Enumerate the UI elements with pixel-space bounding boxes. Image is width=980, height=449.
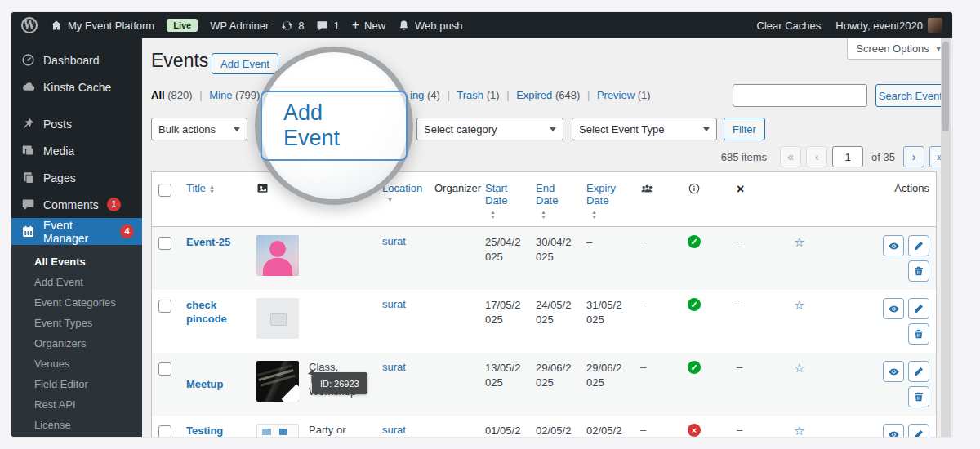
- view-button[interactable]: [883, 361, 904, 382]
- expiry-date-column-header[interactable]: Expiry Date ▲▼: [580, 172, 634, 226]
- row-checkbox[interactable]: [158, 300, 172, 313]
- comments-link[interactable]: 1: [316, 20, 339, 32]
- view-button[interactable]: [883, 298, 904, 319]
- web-push-link[interactable]: Web push: [398, 20, 462, 32]
- view-mine-link[interactable]: Mine: [209, 89, 232, 101]
- sidebar-item-dashboard[interactable]: Dashboard: [11, 47, 142, 73]
- bulk-actions-select[interactable]: Bulk actions: [151, 118, 247, 140]
- sidebar-item-comments[interactable]: Comments 1: [11, 191, 142, 218]
- start-date-column-header[interactable]: Start Date ▲▼: [479, 172, 529, 226]
- media-icon: [21, 144, 35, 158]
- scrollbar-thumb[interactable]: [942, 42, 949, 131]
- view-preview-link[interactable]: Preview: [597, 89, 635, 101]
- delete-button[interactable]: [908, 323, 929, 345]
- trash-icon: [913, 265, 924, 277]
- separator: |: [448, 89, 450, 101]
- approved-status-icon: ✓: [688, 298, 701, 311]
- site-name-link[interactable]: My Event Platform: [50, 19, 154, 32]
- feature-star-toggle[interactable]: ☆: [794, 298, 804, 312]
- event-type-select[interactable]: Select Event Type: [572, 118, 717, 140]
- submenu-event-categories[interactable]: Event Categories: [11, 292, 142, 313]
- organizer-cell: [428, 353, 479, 416]
- sidebar-item-media[interactable]: Media: [11, 137, 142, 164]
- location-link[interactable]: surat: [382, 361, 406, 373]
- event-title-link[interactable]: Testing nikki: [186, 424, 243, 437]
- submenu-event-types[interactable]: Event Types: [11, 313, 142, 333]
- screen-options-label: Screen Options: [856, 42, 929, 55]
- end-date-column-header[interactable]: End Date ▲▼: [529, 172, 580, 226]
- table-row: Testing nikki Party or Social surat 01/0…: [152, 416, 936, 437]
- delete-button[interactable]: [908, 260, 929, 282]
- add-event-button[interactable]: Add Event: [212, 53, 278, 74]
- next-page-button[interactable]: ›: [903, 146, 924, 167]
- event-type-cell: [302, 290, 376, 353]
- vertical-scrollbar[interactable]: [941, 38, 951, 437]
- sidebar-item-pages[interactable]: Pages: [11, 164, 142, 191]
- edit-button[interactable]: [908, 361, 929, 382]
- sort-icon: ▲▼: [209, 184, 215, 194]
- feature-star-toggle[interactable]: ☆: [794, 424, 804, 437]
- view-trash-link[interactable]: Trash: [457, 89, 483, 101]
- location-link[interactable]: surat: [382, 424, 406, 436]
- view-pending-count: (4): [427, 89, 440, 101]
- search-events-button[interactable]: Search Events: [875, 84, 951, 107]
- submenu-all-events[interactable]: All Events: [11, 251, 142, 272]
- event-title-link[interactable]: check pincode: [186, 298, 243, 326]
- location-link[interactable]: surat: [382, 235, 406, 247]
- view-button[interactable]: [883, 235, 904, 256]
- view-mine-count: (799): [235, 89, 260, 101]
- edit-button[interactable]: [908, 298, 929, 319]
- prev-page-button[interactable]: ‹: [806, 146, 827, 167]
- feature-star-toggle[interactable]: ☆: [794, 361, 804, 375]
- calendar-icon: [21, 224, 35, 238]
- eye-icon: [888, 240, 900, 252]
- clear-caches-link[interactable]: Clear Caches: [757, 20, 822, 32]
- wp-adminer-link[interactable]: WP Adminer: [210, 20, 269, 32]
- feature-star-toggle[interactable]: ☆: [794, 235, 804, 249]
- updates-link[interactable]: 8: [281, 20, 304, 32]
- first-page-button[interactable]: «: [780, 146, 801, 167]
- submenu-venues[interactable]: Venues: [11, 353, 142, 374]
- submenu-organizers[interactable]: Organizers: [11, 333, 142, 353]
- row-checkbox[interactable]: [158, 425, 172, 437]
- view-button[interactable]: [883, 424, 904, 437]
- filter-button[interactable]: Filter: [724, 118, 765, 140]
- magnified-add-event-button[interactable]: Add Event: [261, 91, 408, 161]
- delete-button[interactable]: [908, 386, 929, 407]
- attendees-column-header: [634, 172, 681, 226]
- cancel-cell: –: [737, 235, 742, 247]
- page-title: Events: [151, 50, 208, 72]
- sidebar-item-kinsta-cache[interactable]: Kinsta Cache: [11, 73, 142, 100]
- screen-options-button[interactable]: Screen Options ▼: [847, 38, 951, 60]
- location-link[interactable]: surat: [382, 298, 406, 310]
- plus-icon: +: [352, 18, 359, 33]
- trash-icon: [913, 328, 924, 340]
- view-pending-link[interactable]: ing: [410, 89, 424, 101]
- submenu-license[interactable]: License: [11, 415, 142, 435]
- row-checkbox[interactable]: [158, 237, 172, 250]
- wordpress-logo-icon[interactable]: W: [21, 17, 38, 33]
- event-type-cell: [302, 227, 376, 290]
- organizer-column-header: Organizer: [428, 172, 479, 226]
- title-header-label: Title: [186, 182, 206, 194]
- event-title-link[interactable]: Event-25: [186, 235, 230, 249]
- category-select[interactable]: Select category: [416, 118, 564, 140]
- new-content-link[interactable]: + New: [352, 18, 385, 33]
- sidebar-item-posts[interactable]: Posts: [11, 110, 142, 137]
- event-title-link[interactable]: Meetup: [186, 377, 224, 391]
- view-all-link[interactable]: All: [151, 89, 165, 101]
- edit-button[interactable]: [908, 424, 929, 437]
- view-expired-link[interactable]: Expired: [516, 89, 552, 101]
- current-page-input[interactable]: 1: [832, 146, 863, 167]
- row-checkbox[interactable]: [158, 362, 172, 376]
- submenu-field-editor[interactable]: Field Editor: [11, 374, 142, 394]
- title-column-header[interactable]: Title▲▼: [180, 172, 250, 226]
- edit-button[interactable]: [908, 235, 929, 256]
- select-all-checkbox[interactable]: [158, 184, 172, 197]
- search-input[interactable]: [733, 84, 867, 107]
- submenu-add-event[interactable]: Add Event: [11, 272, 142, 292]
- account-menu[interactable]: Howdy, event2020: [835, 18, 942, 33]
- submenu-rest-api[interactable]: Rest API: [11, 394, 142, 415]
- bulk-actions-value: Bulk actions: [158, 123, 216, 136]
- sidebar-item-event-manager[interactable]: Event Manager 4: [11, 218, 142, 245]
